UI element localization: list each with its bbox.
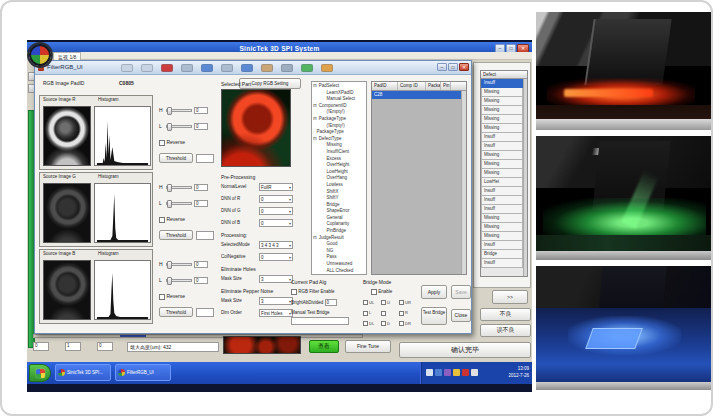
defect-list-item[interactable]: Missing — [481, 160, 523, 169]
defect-list-item[interactable]: Missing — [481, 124, 523, 133]
taskbar-item[interactable]: SinicTek 3D SPI... — [55, 364, 111, 381]
defect-list-item[interactable]: Insuff — [481, 79, 523, 88]
tree-item[interactable]: Missing — [313, 142, 365, 149]
direction-checkbox[interactable] — [399, 300, 404, 305]
dialog-maximize-button[interactable] — [448, 63, 458, 71]
table-header-cell[interactable]: Package — [426, 82, 441, 90]
tray-icon[interactable] — [462, 369, 469, 376]
threshold-button[interactable]: Threshold — [159, 153, 193, 163]
tree-item[interactable]: ShiftY — [313, 195, 365, 202]
table-header-cell[interactable]: Comp ID — [398, 82, 426, 90]
close-dialog-button[interactable]: Close — [451, 309, 471, 322]
defect-list-item[interactable]: Missing — [481, 214, 523, 223]
threshold-button[interactable]: Threshold — [159, 307, 193, 317]
false-ng-button[interactable]: 误不良 — [480, 324, 531, 337]
preprocessing-dropdown[interactable]: 0 — [259, 219, 293, 227]
high-value-input[interactable]: 0 — [194, 261, 208, 268]
defect-list-header[interactable]: Defect — [481, 71, 527, 79]
tree-item[interactable]: DefectType — [313, 136, 365, 143]
tree-item[interactable]: Pass — [313, 254, 365, 261]
preprocessing-dropdown[interactable]: 0 — [259, 195, 293, 203]
toolbar-icon[interactable] — [241, 64, 253, 72]
toolbar-icon[interactable] — [321, 64, 333, 72]
slider-knob[interactable] — [167, 107, 172, 115]
fine-tune-button[interactable]: Fine Tune — [345, 340, 391, 353]
tree-item[interactable]: ShapeError — [313, 208, 365, 215]
direction-checkbox[interactable] — [363, 321, 368, 326]
direction-checkbox[interactable] — [381, 311, 386, 316]
bridge-direction-cell[interactable]: L — [363, 310, 381, 315]
low-value-input[interactable]: 0 — [194, 200, 208, 207]
threshold-input[interactable] — [196, 231, 214, 240]
direction-checkbox[interactable] — [381, 321, 386, 326]
tree-item[interactable]: LearnXPadID — [313, 90, 365, 97]
preprocessing-dropdown[interactable]: 0 — [259, 207, 293, 215]
reverse-checkbox[interactable] — [159, 217, 165, 223]
defect-list-item[interactable]: Insuff — [481, 196, 523, 205]
slider-knob[interactable] — [167, 200, 172, 208]
tree-item[interactable]: Unmeasured — [313, 261, 365, 268]
defect-list-item[interactable]: Missing — [481, 115, 523, 124]
direction-checkbox[interactable] — [363, 311, 368, 316]
slider-knob[interactable] — [167, 277, 172, 285]
bridge-direction-cell[interactable]: DR — [399, 321, 417, 326]
bridge-direction-cell[interactable]: D — [381, 321, 399, 326]
tree-item[interactable]: PadSelect — [313, 83, 365, 90]
high-slider[interactable] — [166, 263, 192, 266]
low-slider[interactable] — [166, 279, 192, 282]
defect-list-item[interactable]: Insuff — [481, 187, 523, 196]
defect-list-item[interactable]: Insuff — [481, 259, 523, 268]
more-button[interactable]: >> — [492, 290, 528, 304]
view-button[interactable]: 查看 — [309, 340, 339, 353]
tree-item[interactable]: Bridge — [313, 202, 365, 209]
toolbar-icon[interactable] — [141, 64, 153, 72]
defect-list-item[interactable]: Missing — [481, 232, 523, 241]
dialog-minimize-button[interactable] — [437, 63, 447, 71]
tray-icon[interactable] — [453, 369, 460, 376]
tree-item[interactable]: Manual Select — [313, 96, 365, 103]
slider-knob[interactable] — [167, 261, 172, 269]
table-header-cell[interactable]: PadID — [372, 82, 398, 90]
defect-list-item[interactable]: Missing — [481, 223, 523, 232]
preprocessing-dropdown[interactable]: 3 4 3 4 3 — [259, 241, 293, 249]
direction-checkbox[interactable] — [399, 321, 404, 326]
tree-item[interactable]: OverHang — [313, 175, 365, 182]
toolbar-icon[interactable] — [201, 64, 213, 72]
toolbar-icon[interactable] — [161, 64, 173, 72]
bridge-direction-cell[interactable]: R — [399, 310, 417, 315]
status-field[interactable]: 0 — [33, 342, 49, 351]
preprocessing-dropdown[interactable]: First Holes — [259, 309, 293, 317]
ng-button[interactable]: 不良 — [480, 308, 531, 321]
bridge-direction-cell[interactable]: U — [381, 300, 399, 305]
direction-checkbox[interactable] — [381, 300, 386, 305]
low-value-input[interactable]: 0 — [194, 277, 208, 284]
tray-icon[interactable] — [426, 369, 433, 376]
tray-icon[interactable] — [471, 369, 478, 376]
save-button[interactable]: Save — [451, 285, 471, 299]
preprocessing-dropdown[interactable]: FullR — [259, 183, 293, 191]
tray-icon[interactable] — [435, 369, 442, 376]
defect-list-item[interactable]: Missing — [481, 169, 523, 178]
bright-divided-input[interactable]: 0 — [325, 299, 337, 306]
defect-list-item[interactable]: Missing — [481, 88, 523, 97]
defect-list-item[interactable]: Insuff — [481, 205, 523, 214]
preprocessing-dropdown[interactable]: 3 — [259, 275, 293, 283]
bridge-direction-cell[interactable]: UR — [399, 300, 417, 305]
status-field[interactable]: 0 — [97, 342, 113, 351]
reverse-checkbox[interactable] — [159, 140, 165, 146]
test-bridge-button[interactable]: Test Bridge — [421, 307, 447, 325]
toolbar-icon[interactable] — [301, 64, 313, 72]
tree-item[interactable]: PackageType — [313, 129, 365, 136]
bridge-direction-cell[interactable]: DL — [363, 321, 381, 326]
start-button[interactable] — [29, 364, 51, 382]
bridge-direction-cell[interactable]: UL — [363, 300, 381, 305]
low-slider[interactable] — [166, 202, 192, 205]
scrollbar-thumb[interactable] — [120, 335, 146, 337]
toolbar-icon[interactable] — [121, 64, 133, 72]
status-field[interactable]: 1 — [65, 342, 81, 351]
low-slider[interactable] — [166, 125, 192, 128]
bridge-direction-cell[interactable] — [381, 310, 399, 315]
table-header-cell[interactable]: Pin — [441, 82, 451, 90]
defect-list-item[interactable]: Missing — [481, 151, 523, 160]
tree-item[interactable]: General — [313, 215, 365, 222]
